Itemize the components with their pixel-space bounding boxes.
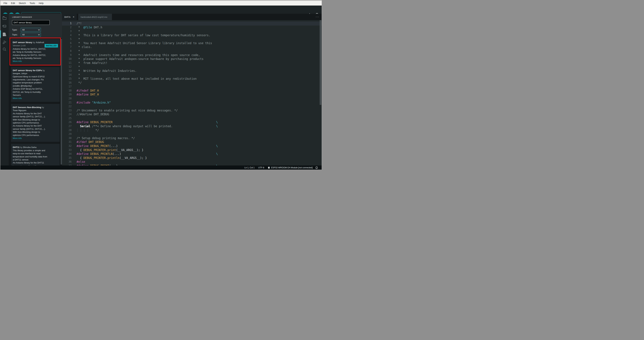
line-number: 1 bbox=[62, 22, 72, 26]
line-number: 28 bbox=[62, 128, 72, 132]
code-line: 29 bbox=[62, 132, 322, 136]
library-entry-description: An Arduino library for the DHT bbox=[13, 112, 58, 115]
cursor-position[interactable]: Ln 1, Col 1 bbox=[244, 166, 254, 169]
board-status[interactable]: ESP32-WROOM-DA Module [not connected] bbox=[268, 166, 312, 169]
library-entry-description: optimize CPU performance. bbox=[13, 121, 58, 124]
code-line: 32#define DEBUG_PRINT(...)\ bbox=[62, 144, 322, 148]
library-entry-description: This library provides a simple and bbox=[13, 149, 58, 152]
menu-item-edit[interactable]: Edit bbox=[9, 1, 17, 5]
code-line: 7 * class. bbox=[62, 45, 322, 49]
tab-hardcoded-dht22-esp32-ino[interactable]: hardcoded-dht22-esp32.ino bbox=[78, 14, 112, 20]
line-number: 26 bbox=[62, 120, 72, 124]
board-icon bbox=[2, 24, 7, 28]
line-number: 15 bbox=[62, 77, 72, 81]
line-number: 14 bbox=[62, 73, 72, 77]
library-entry-description: etc Temp & Humidity Sensors bbox=[13, 51, 58, 54]
line-number: 24 bbox=[62, 112, 72, 116]
line-number: 17 bbox=[62, 85, 72, 89]
code-line: 19#define DHT_H bbox=[62, 93, 322, 97]
type-filter-dropdown[interactable]: All bbox=[21, 28, 41, 32]
code-line: 9 * Adafruit invests time and resources … bbox=[62, 53, 322, 57]
sidebar-item-library-manager[interactable] bbox=[2, 32, 7, 37]
library-entry-description: With Non-Blocking design to bbox=[13, 130, 58, 134]
line-number: 25 bbox=[62, 116, 72, 120]
code-line: 5 * bbox=[62, 37, 322, 41]
line-number: 13 bbox=[62, 69, 72, 73]
menubar: FileEditSketchToolsHelp bbox=[0, 1, 322, 6]
line-number: 34 bbox=[62, 152, 72, 156]
library-entry-description: requirements. Last changes: Fix bbox=[13, 78, 58, 81]
menu-item-sketch[interactable]: Sketch bbox=[17, 1, 28, 5]
code-line: 20 bbox=[62, 97, 322, 101]
tab-label: DHT.h bbox=[64, 16, 70, 18]
menu-item-tools[interactable]: Tools bbox=[28, 1, 37, 5]
menu-item-help[interactable]: Help bbox=[37, 1, 46, 5]
code-editor[interactable]: 1/*!2 * @file DHT.h3 *4 * This is a libr… bbox=[62, 20, 322, 165]
sidebar-item-debug[interactable] bbox=[2, 40, 7, 45]
folder-icon bbox=[2, 16, 7, 20]
code-line: 28│ │ │ │ */ bbox=[62, 128, 322, 132]
close-icon[interactable]: ✕ bbox=[73, 16, 74, 18]
line-number: 8 bbox=[62, 49, 72, 53]
line-number: 35 bbox=[62, 156, 72, 160]
sidebar-item-boards-manager[interactable] bbox=[2, 24, 7, 28]
editor-scrollbar[interactable] bbox=[320, 20, 321, 105]
tab-overflow-menu[interactable]: ··· bbox=[316, 16, 319, 19]
code-line: 8 * bbox=[62, 49, 322, 53]
chevron-down-icon bbox=[38, 29, 40, 30]
code-line: 14 * bbox=[62, 73, 322, 77]
tab-dht-h[interactable]: DHT.h ✕ bbox=[62, 14, 77, 20]
line-number: 37 bbox=[62, 164, 72, 165]
notifications-button[interactable] bbox=[315, 166, 318, 169]
library-entry-description: etc Temp & Humidity Sensors bbox=[13, 57, 58, 60]
topic-filter-dropdown[interactable]: All bbox=[21, 33, 41, 37]
file-encoding[interactable]: UTF-8 bbox=[258, 166, 264, 169]
code-line: 1/*! bbox=[62, 22, 322, 26]
topic-filter-label: Topic: bbox=[12, 33, 21, 36]
library-entry-description: temperature and humidity data from bbox=[13, 155, 58, 158]
tab-label: hardcoded-dht22-esp32.ino bbox=[80, 16, 107, 18]
line-continuation-backslash: \ bbox=[216, 120, 218, 124]
library-search-input[interactable] bbox=[12, 20, 50, 25]
installed-badge: INSTALLED bbox=[44, 44, 58, 47]
library-entry-title: beegee_tokyo bbox=[13, 72, 58, 75]
activity-bar bbox=[0, 14, 9, 165]
sidebar-item-sketchbook[interactable] bbox=[2, 16, 7, 20]
line-continuation-backslash: \ bbox=[216, 152, 218, 156]
line-number: 33 bbox=[62, 148, 72, 152]
library-entry[interactable]: DHT Sensors Non-Blocking byToan NguyenAn… bbox=[11, 104, 60, 142]
line-number: 27 bbox=[62, 124, 72, 128]
board-status-label: ESP32-WROOM-DA Module [not connected] bbox=[271, 166, 312, 169]
more-info-link[interactable]: More info bbox=[13, 60, 58, 63]
line-number: 18 bbox=[62, 89, 72, 93]
code-line: 34#define DEBUG_PRINTLN(...)\ bbox=[62, 152, 322, 156]
library-entry[interactable]: DHT sensor library for ESPx bybeegee_tok… bbox=[11, 67, 60, 102]
line-number: 30 bbox=[62, 136, 72, 140]
line-continuation-backslash: \ bbox=[216, 144, 218, 148]
library-list-scrollbar[interactable] bbox=[61, 39, 62, 164]
search-icon bbox=[2, 47, 7, 52]
code-line: 37#define DEBUG_PRINT(...)\ bbox=[62, 164, 322, 165]
code-line: 2 * @file DHT.h bbox=[62, 26, 322, 30]
menu-item-file[interactable]: File bbox=[2, 1, 9, 5]
code-line: 26#define DEBUG_PRINTER\ bbox=[62, 120, 322, 124]
library-entry-description: Optimized libray to match ESP32 bbox=[13, 75, 58, 78]
library-entry-title: DHT sensor library by Adafruit bbox=[13, 41, 58, 44]
line-number: 21 bbox=[62, 101, 72, 105]
sidebar-item-search[interactable] bbox=[2, 47, 7, 52]
code-line: 31#ifdef DHT_DEBUG bbox=[62, 140, 322, 144]
library-entry-title: DHT Sensors Non-Blocking by bbox=[13, 106, 58, 109]
code-line: 17 bbox=[62, 85, 322, 89]
library-entry[interactable]: DHT sensor library by AdafruitVersion 1.… bbox=[11, 39, 60, 65]
books-icon bbox=[2, 32, 7, 37]
library-entry-description: a DHT11 sensor. bbox=[13, 158, 58, 161]
library-entry[interactable]: DHT11 by Dhruba SahaThis library provide… bbox=[11, 144, 60, 165]
line-number: 22 bbox=[62, 105, 72, 109]
more-info-link[interactable]: More info bbox=[13, 137, 58, 140]
more-info-link[interactable]: More info bbox=[13, 97, 58, 100]
library-entry-description: An Arduino library for the DHT11 bbox=[13, 161, 58, 164]
library-entry-description: optimize CPU performance. bbox=[13, 134, 58, 137]
library-entry-description: negative temperature problem bbox=[13, 81, 58, 84]
code-line: 36#else bbox=[62, 160, 322, 164]
library-entry-description: DHT22, etc Temp & Humidity bbox=[13, 91, 58, 94]
